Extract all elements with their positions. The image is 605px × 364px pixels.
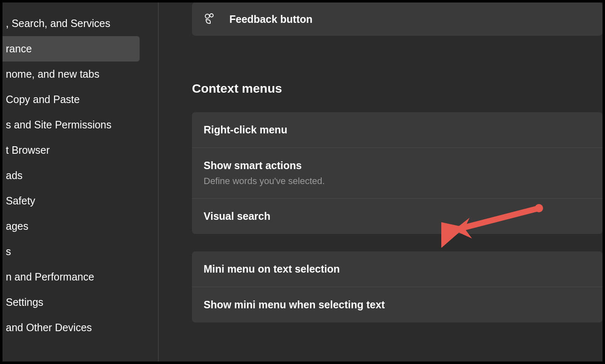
- svg-point-0: [205, 14, 209, 18]
- sidebar-item-downloads[interactable]: ads: [2, 163, 152, 188]
- sidebar-item-system-performance[interactable]: n and Performance: [2, 264, 152, 290]
- sidebar-item-default-browser[interactable]: t Browser: [2, 138, 152, 163]
- feedback-button-row[interactable]: Feedback button: [192, 2, 603, 36]
- sidebar-item-share-copy-paste[interactable]: Copy and Paste: [2, 87, 152, 112]
- mini-menu-group: Mini menu on text selection Show mini me…: [192, 251, 603, 322]
- sidebar-item-cookies-site-permissions[interactable]: s and Site Permissions: [2, 112, 152, 138]
- sidebar-item-phone-other-devices[interactable]: and Other Devices: [2, 315, 152, 340]
- settings-sidebar: , Search, and Services rance nome, and n…: [2, 2, 152, 362]
- feedback-button-label: Feedback button: [229, 13, 312, 25]
- svg-point-1: [210, 14, 213, 17]
- show-smart-actions-row[interactable]: Show smart actions Define words you've s…: [192, 148, 603, 199]
- context-menus-group: Right-click menu Show smart actions Defi…: [192, 112, 603, 234]
- sidebar-item-printers[interactable]: s: [2, 239, 152, 264]
- sidebar-item-appearance[interactable]: rance: [2, 36, 140, 61]
- sidebar-item-start-home-newtabs[interactable]: nome, and new tabs: [2, 61, 152, 87]
- sidebar-item-languages[interactable]: ages: [2, 214, 152, 239]
- sidebar-item-family-safety[interactable]: Safety: [2, 188, 152, 214]
- show-mini-menu-title: Show mini menu when selecting text: [204, 299, 591, 311]
- feedback-icon: [204, 12, 217, 26]
- sidebar-item-reset-settings[interactable]: Settings: [2, 290, 152, 315]
- show-smart-actions-title: Show smart actions: [204, 160, 591, 172]
- show-mini-menu-row[interactable]: Show mini menu when selecting text: [192, 287, 603, 322]
- right-click-menu-title: Right-click menu: [204, 124, 591, 136]
- mini-menu-on-text-selection-row[interactable]: Mini menu on text selection: [192, 251, 603, 287]
- mini-menu-on-text-selection-title: Mini menu on text selection: [204, 263, 591, 275]
- visual-search-title: Visual search: [204, 210, 591, 222]
- sidebar-item-privacy-search-services[interactable]: , Search, and Services: [2, 11, 152, 36]
- visual-search-row[interactable]: Visual search: [192, 199, 603, 234]
- main-content: Feedback button Context menus Right-clic…: [159, 2, 603, 362]
- right-click-menu-row[interactable]: Right-click menu: [192, 112, 603, 148]
- show-smart-actions-sub: Define words you've selected.: [204, 176, 591, 187]
- section-title-context-menus: Context menus: [192, 81, 603, 96]
